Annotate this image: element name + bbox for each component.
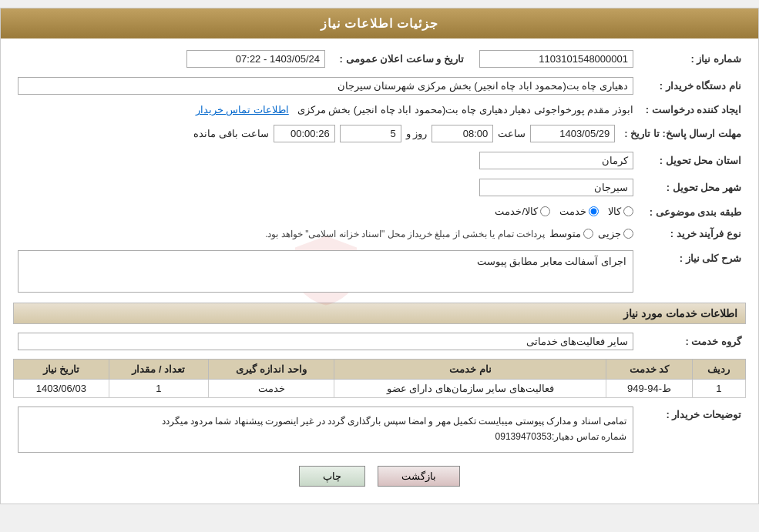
groh-khedmat-label: گروه خدمت : <box>638 330 746 353</box>
shahr-label: شهر محل تحویل : <box>638 176 746 199</box>
ittilaat-tamas-link[interactable]: اطلاعات تماس خریدار <box>196 104 289 115</box>
ostan-value: کرمان <box>479 152 633 169</box>
col-nam: نام خدمت <box>334 360 606 380</box>
groh-khedmat-value: سایر فعالیت‌های خدماتی <box>18 333 633 350</box>
col-tedad: تعداد / مقدار <box>109 360 208 380</box>
saat-baqi-label: ساعت باقی مانده <box>193 128 268 139</box>
buttons-row: بازگشت چاپ <box>13 466 746 487</box>
page-title: جزئیات اطلاعات نیاز <box>321 17 439 30</box>
tabebandi-khedmat[interactable]: خدمت <box>559 206 599 217</box>
nam-dastgah-label: نام دستگاه خریدار : <box>638 75 746 97</box>
tabebandi-kala-khedmat[interactable]: کالا/خدمت <box>495 206 550 217</box>
tabebandi-kala[interactable]: کالا <box>608 206 633 217</box>
ijad-konande-label: ایجاد کننده درخواست : <box>638 102 746 118</box>
nam-dastgah-value: دهیاری چاه بت(محمود اباد چاه انجیر) بخش … <box>18 77 633 95</box>
tabebandi-label: طبقه بندی موضوعی : <box>638 203 746 221</box>
tarikh-pasokh-rooz: 5 <box>340 125 401 142</box>
table-row: 1 ط-94-949 فعالیت‌های سایر سازمان‌های دا… <box>14 380 746 398</box>
saat-label: ساعت <box>498 128 526 139</box>
cell-tarikh: 1403/06/03 <box>14 380 109 398</box>
farayand-jozi[interactable]: جزیی <box>598 228 633 239</box>
shomare-niaz-label: شماره نیاز : <box>638 48 746 70</box>
ijad-konande-value: ابوذر مقدم پورخواجوئی دهیار دهیاری چاه ب… <box>297 104 633 115</box>
back-button[interactable]: بازگشت <box>378 466 460 487</box>
rooz-label: روز و <box>406 128 428 139</box>
tarikh-pasokh-saat: 08:00 <box>432 125 493 142</box>
shomare-niaz-value: 1103101548000001 <box>479 50 633 68</box>
khadamat-section-title: اطلاعات خدمات مورد نیاز <box>13 303 746 324</box>
cell-radif: 1 <box>692 380 745 398</box>
sharh-koli-label: شرح کلی نیاز : <box>638 248 746 295</box>
cell-vahed: خدمت <box>209 380 334 398</box>
col-tarikh: تاریخ نیاز <box>14 360 109 380</box>
col-radif: ردیف <box>692 360 745 380</box>
cell-kod: ط-94-949 <box>606 380 692 398</box>
tarikh-elan-value: 1403/05/24 - 07:22 <box>186 50 325 68</box>
tabebandi-group: کالا خدمت کالا/خدمت <box>495 206 633 217</box>
services-table: ردیف کد خدمت نام خدمت واحد اندازه گیری ت… <box>13 359 746 398</box>
farayand-note: پرداخت تمام یا بخشی از مبلغ خریداز محل "… <box>265 229 545 239</box>
tarikh-pasokh-mande: 00:00:26 <box>274 125 335 142</box>
farayand-mottaset[interactable]: متوسط <box>549 228 593 239</box>
page-header: جزئیات اطلاعات نیاز <box>1 8 758 38</box>
tarikh-pasokh-date: 1403/05/29 <box>530 125 615 142</box>
col-kod: کد خدمت <box>606 360 692 380</box>
ostan-label: استان محل تحویل : <box>638 149 746 172</box>
cell-nam: فعالیت‌های سایر سازمان‌های دارای عضو <box>334 380 606 398</box>
print-button[interactable]: چاپ <box>299 466 365 487</box>
shahr-value: سیرجان <box>479 179 633 196</box>
col-vahed: واحد اندازه گیری <box>209 360 334 380</box>
cell-tedad: 1 <box>109 380 208 398</box>
mohlat-ersal-label: مهلت ارسال پاسخ: تا تاریخ : <box>620 122 746 145</box>
tarikh-elan-label: تاریخ و ساعت اعلان عمومی : <box>330 48 468 70</box>
tawzihat-label: توضیحات خریدار : <box>638 404 746 455</box>
noe-farayand-label: نوع فرآیند خرید : <box>638 226 746 242</box>
sharh-koli-value: اجرای آسفالت معابر مطابق پیوست <box>18 250 633 293</box>
tawzihat-value: تمامی اسناد و مدارک پیوستی میبایست تکمیل… <box>18 407 633 453</box>
